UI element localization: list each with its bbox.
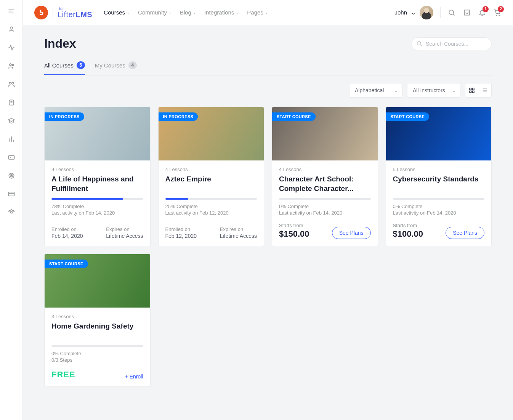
target-icon[interactable] [7,172,16,180]
svg-point-0 [10,27,13,29]
chevron-down-icon: ⌄ [168,10,172,14]
activity-icon[interactable] [7,43,16,52]
chevron-down-icon: ⌄ [193,10,196,14]
course-price: $150.00 [279,229,309,239]
course-grid: IN PROGRESS9 LessonsA Life of Happiness … [44,107,492,387]
activity-text: Last activity on Feb 12, 2020 [165,210,257,216]
inbox-icon[interactable] [463,8,471,17]
menu-icon[interactable] [7,7,16,15]
svg-point-3 [9,82,11,84]
chevron-down-icon: ⌄ [127,10,130,14]
sort-select[interactable]: Alphabetical [349,83,402,98]
nav-courses[interactable]: Courses⌄ [104,9,130,16]
status-badge: START COURSE [45,260,88,268]
nav-blog[interactable]: Blog⌄ [180,9,196,16]
search-icon[interactable] [447,8,456,17]
activity-text: Last activity on Feb 14, 2020 [393,210,485,216]
complete-text: 25% Complete [165,204,257,209]
svg-point-12 [449,10,454,14]
grid-view-button[interactable] [465,83,478,97]
logo-badge-icon: ᕊ [34,6,48,19]
progress-bar [165,198,257,200]
chevron-down-icon: ⌄ [411,9,416,16]
course-price: $100.00 [393,229,423,239]
svg-point-2 [12,64,14,66]
svg-rect-16 [470,91,471,93]
user-menu[interactable]: John ⌄ [394,6,433,19]
svg-point-4 [11,82,13,84]
course-card[interactable]: START COURSE3 LessonsHome Gardening Safe… [44,254,151,387]
svg-point-1 [10,64,11,66]
user-icon[interactable] [7,25,16,34]
course-card[interactable]: START COURSE5 LessonsCybersecurity Stand… [386,107,492,246]
svg-rect-14 [470,88,471,90]
search-icon [416,40,422,46]
course-title: Home Gardening Safety [51,322,143,341]
course-image: START COURSE [45,254,150,308]
stats-icon[interactable] [7,135,16,143]
chevron-down-icon: ⌄ [265,10,268,14]
nav-pages[interactable]: Pages⌄ [247,9,268,16]
payment-icon[interactable] [7,190,16,198]
course-title: Aztec Empire [165,175,257,194]
activity-text: Last activity on Feb 14, 2020 [279,210,371,216]
complete-text: 0% Complete [393,204,485,209]
svg-rect-10 [8,192,14,196]
tab-all-courses[interactable]: All Courses5 [44,56,85,75]
course-card[interactable]: IN PROGRESS9 LessonsA Life of Happiness … [44,107,151,246]
svg-rect-15 [472,88,474,90]
course-card[interactable]: START COURSE4 LessonsCharacter Art Schoo… [272,107,378,246]
cart-icon[interactable]: 2 [493,8,502,17]
plus-icon: + [125,374,128,380]
card-icon[interactable] [7,153,16,162]
logo[interactable]: ᕊ for LifterLMS [34,6,92,19]
svg-point-13 [417,41,421,45]
groups-icon[interactable] [7,62,16,70]
progress-bar [51,345,143,347]
course-card[interactable]: IN PROGRESS4 LessonsAztec Empire25% Comp… [158,107,265,246]
progress-bar [51,198,143,200]
members-icon[interactable] [7,80,16,88]
enroll-button[interactable]: + Enroll [125,374,143,380]
user-name: John [394,9,407,16]
course-image: IN PROGRESS [159,107,264,160]
chevron-down-icon: ⌄ [236,10,239,14]
avatar [420,6,433,19]
sidebar-rail [0,0,23,420]
document-icon[interactable] [7,98,16,107]
graduation-icon[interactable] [7,117,16,125]
course-image: START COURSE [386,107,492,160]
nav-integrations[interactable]: Integrations⌄ [204,9,239,16]
tab-my-courses[interactable]: My Courses4 [95,56,137,75]
course-search [412,37,492,50]
lesson-count: 4 Lessons [165,167,257,172]
list-view-button[interactable] [478,83,491,97]
nav-community[interactable]: Community⌄ [138,9,172,16]
instructor-select[interactable]: All Instructors [407,83,460,98]
svg-point-11 [10,212,12,213]
course-title: Cybersecurity Standards [393,175,485,194]
notification-badge: 1 [483,6,489,12]
complete-text: 0% Complete [279,204,371,209]
see-plans-button[interactable]: See Plans [446,227,484,239]
bell-icon[interactable]: 1 [478,8,486,17]
course-price: FREE [51,370,75,380]
lesson-count: 9 Lessons [51,167,143,172]
lesson-count: 5 Lessons [393,167,485,172]
status-badge: START COURSE [386,112,430,121]
page-title: Index [44,37,76,51]
course-tabs: All Courses5My Courses4 [44,56,492,75]
settings-icon[interactable] [7,208,16,216]
main-nav: Courses⌄Community⌄Blog⌄Integrations⌄Page… [104,9,268,16]
search-input[interactable] [412,37,492,50]
progress-bar [279,198,371,200]
course-title: Character Art School: Complete Character… [279,175,371,194]
tab-count: 4 [128,61,137,69]
complete-text: 0% Complete [51,351,143,356]
complete-text: 78% Complete [51,204,143,209]
see-plans-button[interactable]: See Plans [332,227,371,239]
status-badge: IN PROGRESS [159,112,198,121]
status-badge: IN PROGRESS [45,112,84,121]
course-image: IN PROGRESS [45,107,150,160]
topbar: ᕊ for LifterLMS Courses⌄Community⌄Blog⌄I… [23,0,513,25]
